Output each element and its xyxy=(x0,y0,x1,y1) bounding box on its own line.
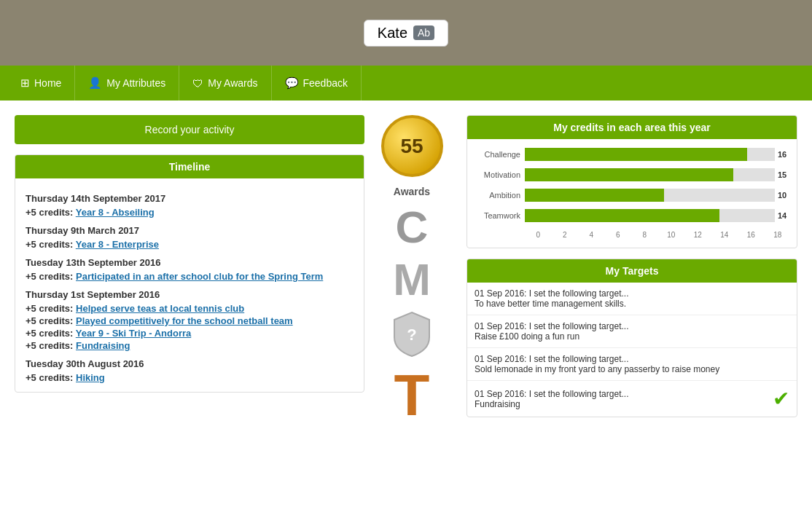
axis-2: 2 xyxy=(552,231,579,239)
left-column: Record your activity Timeline Thursday 1… xyxy=(15,115,364,425)
timeline-credit-2: +5 credits: Year 8 - Enterprise xyxy=(26,239,354,250)
bar-value-ambition: 10 xyxy=(778,191,791,200)
credit-link-8[interactable]: Hiking xyxy=(76,372,105,383)
user-badge: Kate Ab xyxy=(364,20,448,47)
timeline-credit-7: +5 credits: Fundraising xyxy=(26,340,354,351)
nav-my-awards[interactable]: 🛡 My Awards xyxy=(179,66,271,101)
axis-10: 10 xyxy=(658,231,685,239)
nav-feedback[interactable]: 💬 Feedback xyxy=(272,66,362,101)
timeline-credit-6: +5 credits: Year 9 - Ski Trip - Andorra xyxy=(26,328,354,339)
bar-chart: Challenge 16 Motivation 15 Ambition xyxy=(467,139,797,248)
letter-c-badge: C xyxy=(396,205,429,250)
awards-label: Awards xyxy=(394,186,430,197)
target-item-2: 01 Sep 2016: I set the following target.… xyxy=(467,315,797,348)
targets-list[interactable]: 01 Sep 2016: I set the following target.… xyxy=(467,283,797,417)
timeline-credit-5: +5 credits: Played competitively for the… xyxy=(26,315,354,326)
bar-label-motivation: Motivation xyxy=(473,170,520,179)
bar-value-motivation: 15 xyxy=(778,170,791,179)
credits-chart-header: My credits in each area this year xyxy=(467,116,797,139)
target-text-1: 01 Sep 2016: I set the following target.… xyxy=(475,288,789,309)
credit-prefix-8: +5 credits: xyxy=(26,372,76,383)
timeline-credit-1: +5 credits: Year 8 - Abseiling xyxy=(26,207,354,218)
bar-fill-motivation xyxy=(525,168,733,181)
target-item-3: 01 Sep 2016: I set the following target.… xyxy=(467,348,797,381)
middle-column: 55 Awards C M ? T xyxy=(364,115,459,425)
letter-m-badge: M xyxy=(393,257,431,302)
timeline-date-5: Tuesday 30th August 2016 xyxy=(26,358,354,369)
bar-track-challenge xyxy=(525,148,775,161)
user-name: Kate xyxy=(378,25,407,42)
timeline-date-2: Thursday 9th March 2017 xyxy=(26,225,354,236)
target-item-1: 01 Sep 2016: I set the following target.… xyxy=(467,283,797,315)
nav-my-attributes-label: My Attributes xyxy=(106,77,165,89)
user-initials: Ab xyxy=(413,25,434,40)
nav-my-awards-label: My Awards xyxy=(208,77,257,89)
axis-4: 4 xyxy=(578,231,605,239)
nav-feedback-label: Feedback xyxy=(303,77,348,89)
bar-row-teamwork: Teamwork 14 xyxy=(473,209,791,222)
main-content: Record your activity Timeline Thursday 1… xyxy=(0,101,812,439)
record-activity-button[interactable]: Record your activity xyxy=(15,115,364,144)
credit-link-1[interactable]: Year 8 - Abseiling xyxy=(76,207,155,218)
credit-prefix: +5 credits: xyxy=(26,207,76,218)
target-text-2: 01 Sep 2016: I set the following target.… xyxy=(475,321,789,342)
home-icon: ⊞ xyxy=(20,76,30,90)
bar-row-challenge: Challenge 16 xyxy=(473,148,791,161)
credits-chart-box: My credits in each area this year Challe… xyxy=(466,115,797,248)
timeline-body: Thursday 14th September 2017 +5 credits:… xyxy=(15,178,364,392)
shield-icon: ? xyxy=(390,310,434,359)
axis-0: 0 xyxy=(525,231,552,239)
axis-16: 16 xyxy=(738,231,765,239)
bar-label-challenge: Challenge xyxy=(473,150,520,159)
credit-prefix-4: +5 credits: xyxy=(26,303,76,314)
credit-link-3[interactable]: Participated in an after school club for… xyxy=(76,271,323,282)
credit-prefix-2: +5 credits: xyxy=(26,239,76,250)
chat-icon: 💬 xyxy=(285,76,299,90)
axis-18: 18 xyxy=(765,231,792,239)
credit-prefix-5: +5 credits: xyxy=(26,315,76,326)
bar-fill-ambition xyxy=(525,189,664,202)
nav-home[interactable]: ⊞ Home xyxy=(7,66,75,101)
timeline-box: Timeline Thursday 14th September 2017 +5… xyxy=(15,154,364,393)
axis-12: 12 xyxy=(684,231,711,239)
bar-track-motivation xyxy=(525,168,775,181)
credit-link-7[interactable]: Fundraising xyxy=(76,340,130,351)
targets-box: My Targets 01 Sep 2016: I set the follow… xyxy=(466,259,797,417)
credit-link-6[interactable]: Year 9 - Ski Trip - Andorra xyxy=(76,328,191,339)
target-item-4: 01 Sep 2016: I set the following target.… xyxy=(467,381,797,417)
award-count-badge: 55 xyxy=(381,115,443,177)
credit-link-5[interactable]: Played competitively for the school netb… xyxy=(76,315,293,326)
credit-link-4[interactable]: Helped serve teas at local tennis club xyxy=(76,303,244,314)
credit-prefix-3: +5 credits: xyxy=(26,271,76,282)
bar-value-teamwork: 14 xyxy=(778,211,791,220)
bar-row-ambition: Ambition 10 xyxy=(473,189,791,202)
credit-link-2[interactable]: Year 8 - Enterprise xyxy=(76,239,159,250)
timeline-date-4: Thursday 1st September 2016 xyxy=(26,289,354,300)
bar-track-ambition xyxy=(525,189,775,202)
timeline-credit-8: +5 credits: Hiking xyxy=(26,372,354,383)
svg-text:?: ? xyxy=(407,326,416,344)
letter-t-badge: T xyxy=(394,366,430,425)
timeline-date-3: Tuesday 13th September 2016 xyxy=(26,257,354,268)
shield-nav-icon: 🛡 xyxy=(192,77,203,90)
bar-label-teamwork: Teamwork xyxy=(473,211,520,220)
timeline-header: Timeline xyxy=(15,155,364,178)
timeline-credit-4: +5 credits: Helped serve teas at local t… xyxy=(26,303,354,314)
award-count: 55 xyxy=(400,135,423,158)
target-text-4: 01 Sep 2016: I set the following target.… xyxy=(475,389,767,409)
axis-6: 6 xyxy=(605,231,632,239)
person-icon: 👤 xyxy=(88,76,102,90)
shield-badge: ? xyxy=(390,310,434,359)
bar-value-challenge: 16 xyxy=(778,150,791,159)
nav-my-attributes[interactable]: 👤 My Attributes xyxy=(75,66,179,101)
bar-label-ambition: Ambition xyxy=(473,191,520,200)
bar-axis: 0 2 4 6 8 10 12 14 16 18 xyxy=(525,229,791,239)
right-column: My credits in each area this year Challe… xyxy=(459,115,797,425)
header: Kate Ab xyxy=(0,0,812,66)
timeline-credit-3: +5 credits: Participated in an after sch… xyxy=(26,271,354,282)
axis-8: 8 xyxy=(631,231,658,239)
credit-prefix-7: +5 credits: xyxy=(26,340,76,351)
bar-row-motivation: Motivation 15 xyxy=(473,168,791,181)
checkmark-icon: ✔ xyxy=(773,387,789,411)
targets-header: My Targets xyxy=(467,259,797,283)
